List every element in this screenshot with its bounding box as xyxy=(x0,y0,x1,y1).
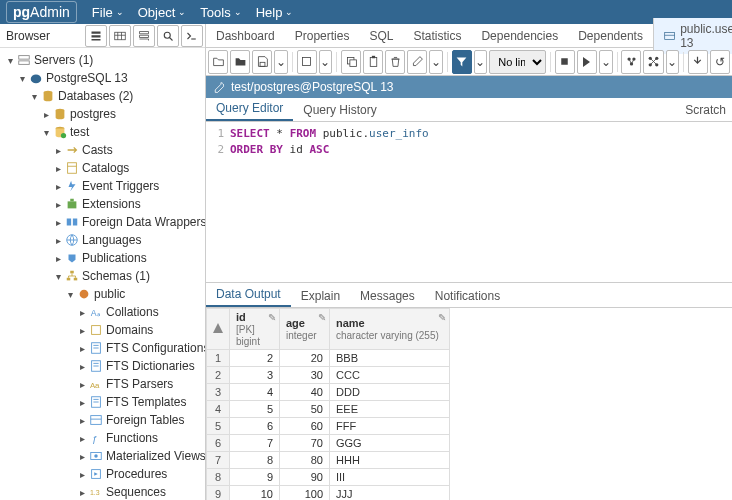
menu-file[interactable]: File⌄ xyxy=(85,2,131,23)
col-id[interactable]: id✎[PK] bigint xyxy=(230,309,280,350)
tb-execute-dd[interactable]: ⌄ xyxy=(599,50,613,74)
col-name[interactable]: name✎character varying (255) xyxy=(330,309,450,350)
tb-edit-icon[interactable] xyxy=(297,50,317,74)
menu-tools[interactable]: Tools⌄ xyxy=(193,2,248,23)
toggle-icon[interactable]: ▾ xyxy=(40,127,52,138)
tree-schema-public[interactable]: ▾public xyxy=(0,285,205,303)
col-rownum[interactable] xyxy=(207,309,230,350)
table-row[interactable]: 910100JJJ xyxy=(207,486,450,501)
tree-db-postgres[interactable]: ▸postgres xyxy=(0,105,205,123)
toggle-icon[interactable]: ▸ xyxy=(52,181,64,192)
browser-btn-sql-icon[interactable] xyxy=(109,25,131,47)
tree-fts-parsers[interactable]: ▸AaFTS Parsers xyxy=(0,375,205,393)
object-tree[interactable]: ▾Servers (1)▾PostgreSQL 13▾Databases (2)… xyxy=(0,48,205,500)
tree-collations[interactable]: ▸AₐCollations xyxy=(0,303,205,321)
sql-editor[interactable]: 12 SELECT * FROM public.user_info ORDER … xyxy=(206,122,732,282)
toggle-icon[interactable]: ▸ xyxy=(76,451,88,462)
tree-catalogs[interactable]: ▸Catalogs xyxy=(0,159,205,177)
toggle-icon[interactable]: ▸ xyxy=(52,253,64,264)
table-row[interactable]: 2330CCC xyxy=(207,367,450,384)
toggle-icon[interactable]: ▾ xyxy=(4,55,16,66)
tb-explain2-icon[interactable] xyxy=(643,50,663,74)
menu-help[interactable]: Help⌄ xyxy=(249,2,301,23)
toggle-icon[interactable]: ▸ xyxy=(52,217,64,228)
result-grid[interactable]: id✎[PK] bigint age✎integer name✎characte… xyxy=(206,308,732,500)
tb-pencil-icon[interactable] xyxy=(407,50,427,74)
tree-languages[interactable]: ▸Languages xyxy=(0,231,205,249)
tree-schemas[interactable]: ▾Schemas (1) xyxy=(0,267,205,285)
table-row[interactable]: 3440DDD xyxy=(207,384,450,401)
table-row[interactable]: 5660FFF xyxy=(207,418,450,435)
tree-foreign-tables[interactable]: ▸Foreign Tables xyxy=(0,411,205,429)
tb-commit-icon[interactable] xyxy=(688,50,708,74)
tab-messages[interactable]: Messages xyxy=(350,285,425,307)
tree-casts[interactable]: ▸Casts xyxy=(0,141,205,159)
table-row[interactable]: 6770GGG xyxy=(207,435,450,452)
tab-properties[interactable]: Properties xyxy=(285,25,360,47)
tree-server-pg13[interactable]: ▾PostgreSQL 13 xyxy=(0,69,205,87)
browser-btn-search-icon[interactable] xyxy=(157,25,179,47)
tb-rollback-icon[interactable]: ↺ xyxy=(710,50,730,74)
tb-explain-icon[interactable] xyxy=(621,50,641,74)
toggle-icon[interactable]: ▸ xyxy=(52,145,64,156)
tree-publications[interactable]: ▸Publications xyxy=(0,249,205,267)
tree-domains[interactable]: ▸Domains xyxy=(0,321,205,339)
tree-servers[interactable]: ▾Servers (1) xyxy=(0,51,205,69)
tb-filter-dd[interactable]: ⌄ xyxy=(474,50,488,74)
browser-btn-stats-icon[interactable] xyxy=(133,25,155,47)
toggle-icon[interactable]: ▸ xyxy=(40,109,52,120)
tree-fts-templates[interactable]: ▸FTS Templates xyxy=(0,393,205,411)
tab-explain[interactable]: Explain xyxy=(291,285,350,307)
table-row[interactable]: 7880HHH xyxy=(207,452,450,469)
tb-pencil-dd[interactable]: ⌄ xyxy=(429,50,443,74)
toggle-icon[interactable]: ▸ xyxy=(76,379,88,390)
tb-save-icon[interactable] xyxy=(252,50,272,74)
toggle-icon[interactable]: ▸ xyxy=(76,415,88,426)
toggle-icon[interactable]: ▸ xyxy=(76,487,88,498)
toggle-icon[interactable]: ▸ xyxy=(76,397,88,408)
tab-dependents[interactable]: Dependents xyxy=(568,25,653,47)
tb-copy-icon[interactable] xyxy=(341,50,361,74)
tab-sql[interactable]: SQL xyxy=(359,25,403,47)
col-age[interactable]: age✎integer xyxy=(280,309,330,350)
tb-filter-icon[interactable] xyxy=(452,50,472,74)
menu-object[interactable]: Object⌄ xyxy=(131,2,194,23)
toggle-icon[interactable]: ▸ xyxy=(76,325,88,336)
toggle-icon[interactable]: ▸ xyxy=(76,433,88,444)
toggle-icon[interactable]: ▸ xyxy=(52,199,64,210)
browser-btn-terminal-icon[interactable] xyxy=(181,25,203,47)
tb-stop-icon[interactable] xyxy=(555,50,575,74)
toggle-icon[interactable]: ▸ xyxy=(76,343,88,354)
tree-event-triggers[interactable]: ▸Event Triggers xyxy=(0,177,205,195)
tree-fts-dictionaries[interactable]: ▸FTS Dictionaries xyxy=(0,357,205,375)
toggle-icon[interactable]: ▾ xyxy=(28,91,40,102)
tree-fts-configurations[interactable]: ▸FTS Configurations xyxy=(0,339,205,357)
browser-btn-properties-icon[interactable] xyxy=(85,25,107,47)
tab-query-editor[interactable]: Query Editor xyxy=(206,97,293,121)
tree-procedures[interactable]: ▸Procedures xyxy=(0,465,205,483)
tb-edit-dd[interactable]: ⌄ xyxy=(319,50,333,74)
tree-sequences[interactable]: ▸1.3Sequences xyxy=(0,483,205,500)
tb-folder-icon[interactable] xyxy=(230,50,250,74)
toggle-icon[interactable]: ▸ xyxy=(76,307,88,318)
toggle-icon[interactable]: ▸ xyxy=(76,361,88,372)
toggle-icon[interactable]: ▸ xyxy=(52,163,64,174)
toggle-icon[interactable]: ▾ xyxy=(16,73,28,84)
tab-notifications[interactable]: Notifications xyxy=(425,285,510,307)
table-row[interactable]: 1220BBB xyxy=(207,350,450,367)
tab-statistics[interactable]: Statistics xyxy=(403,25,471,47)
table-row[interactable]: 8990III xyxy=(207,469,450,486)
tree-databases[interactable]: ▾Databases (2) xyxy=(0,87,205,105)
toggle-icon[interactable]: ▸ xyxy=(76,469,88,480)
tb-delete-icon[interactable] xyxy=(385,50,405,74)
tab-dependencies[interactable]: Dependencies xyxy=(471,25,568,47)
tree-db-test[interactable]: ▾test xyxy=(0,123,205,141)
tree-functions[interactable]: ▸ƒFunctions xyxy=(0,429,205,447)
toggle-icon[interactable]: ▸ xyxy=(52,235,64,246)
tb-open-icon[interactable] xyxy=(208,50,228,74)
table-row[interactable]: 4550EEE xyxy=(207,401,450,418)
tab-dashboard[interactable]: Dashboard xyxy=(206,25,285,47)
tab-data-output[interactable]: Data Output xyxy=(206,283,291,307)
toggle-icon[interactable]: ▾ xyxy=(52,271,64,282)
tree-extensions[interactable]: ▸Extensions xyxy=(0,195,205,213)
